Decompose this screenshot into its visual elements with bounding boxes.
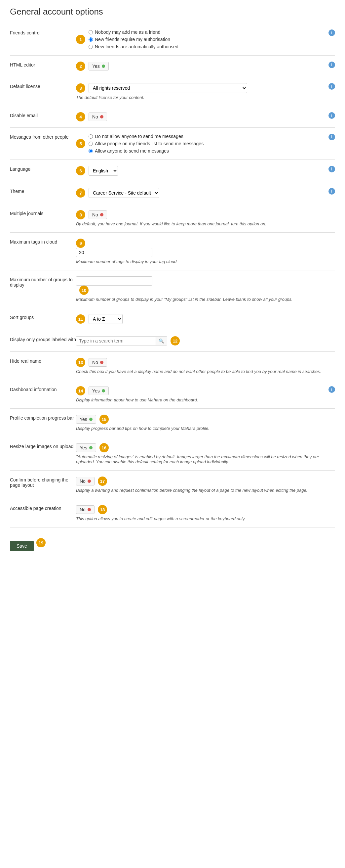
info-icon-html-editor[interactable]: i (329, 62, 335, 68)
toggle-dot-multiple-journals (100, 213, 103, 216)
radio-input-friends-control-1[interactable] (89, 37, 93, 42)
toggle-hide-real-name[interactable]: No (89, 358, 107, 367)
content-row-accessible-page: No18 (76, 505, 107, 514)
radio-input-friends-control-2[interactable] (89, 45, 93, 49)
content-row-profile-completion: Yes15 (76, 415, 109, 424)
label-language: Language (10, 166, 76, 172)
toggle-value-hide-real-name: No (92, 360, 98, 365)
content-friends-control: 1Nobody may add me as a friendNew friend… (76, 29, 335, 49)
info-icon-messages-other-people[interactable]: i (329, 134, 335, 140)
content-profile-completion: Yes15Display progress bar and tips on ho… (76, 415, 335, 431)
content-row-friends-control: 1Nobody may add me as a friendNew friend… (76, 29, 178, 49)
radio-option-friends-control-2[interactable]: New friends are automatically authorised (89, 44, 178, 49)
content-row-default-license: 3All rights reservedCreative CommonsPubl… (76, 83, 247, 93)
toggle-html-editor[interactable]: Yes (89, 62, 109, 70)
toggle-dot-html-editor (102, 65, 105, 68)
select-default-license[interactable]: All rights reservedCreative CommonsPubli… (89, 83, 247, 93)
radio-option-friends-control-1[interactable]: New friends require my authorisation (89, 37, 178, 42)
label-display-groups-labeled: Display only groups labeled with (10, 336, 76, 342)
badge-hide-real-name: 13 (76, 358, 85, 367)
toggle-accessible-page[interactable]: No (76, 505, 95, 514)
label-resize-images: Resize large images on upload (10, 443, 76, 449)
toggle-value-html-editor: Yes (92, 64, 100, 69)
subtext-dashboard-info: Display information about how to use Mah… (76, 397, 198, 402)
content-row-language: 6EnglishFrenchSpanishGerman (76, 166, 118, 176)
content-display-groups-labeled: 🔍12 (76, 336, 335, 345)
badge-accessible-page: 18 (98, 505, 107, 514)
search-button-display-groups-labeled[interactable]: 🔍 (156, 337, 167, 345)
info-icon-language[interactable]: i (329, 166, 335, 173)
toggle-value-dashboard-info: Yes (92, 388, 100, 394)
subtext-max-groups: Maximum number of groups to display in y… (76, 297, 292, 302)
content-row-max-groups: 10 (76, 276, 152, 295)
content-row-display-groups-labeled: 🔍12 (76, 336, 180, 345)
select-theme[interactable]: Career Service - Site defaultDefaultCust… (89, 188, 159, 198)
save-row: Save 19 (10, 534, 335, 551)
badge-max-groups: 10 (79, 286, 89, 295)
setting-row-language: Language6EnglishFrenchSpanishGermani (10, 160, 335, 182)
content-messages-other-people: 5Do not allow anyone to send me messages… (76, 134, 335, 154)
setting-row-default-license: Default license3All rights reservedCreat… (10, 77, 335, 106)
label-sort-groups: Sort groups (10, 314, 76, 320)
radio-option-messages-other-people-0[interactable]: Do not allow anyone to send me messages (89, 134, 204, 139)
toggle-confirm-layout[interactable]: No (76, 477, 95, 486)
content-hide-real-name: 13NoCheck this box if you have set a dis… (76, 358, 335, 374)
setting-row-dashboard-info: Dashboard information14YesDisplay inform… (10, 380, 335, 409)
input-max-groups[interactable] (76, 276, 152, 286)
subtext-resize-images: "Automatic resizing of images" is enable… (76, 454, 335, 464)
toggle-dot-hide-real-name (100, 361, 103, 364)
search-wrapper-display-groups-labeled: 🔍 (76, 336, 167, 345)
label-multiple-journals: Multiple journals (10, 210, 76, 216)
save-button[interactable]: Save (10, 541, 34, 551)
content-row-disable-email: 4No (76, 112, 107, 121)
badge-resize-images: 16 (100, 443, 109, 453)
badge-profile-completion: 15 (100, 415, 109, 424)
info-icon-disable-email[interactable]: i (329, 112, 335, 119)
radio-option-messages-other-people-2[interactable]: Allow anyone to send me messages (89, 148, 204, 154)
radio-input-messages-other-people-0[interactable] (89, 134, 93, 138)
toggle-value-profile-completion: Yes (80, 416, 87, 422)
page-title: General account options (10, 7, 335, 17)
setting-row-accessible-page: Accessible page creationNo18This option … (10, 499, 335, 527)
radio-option-friends-control-0[interactable]: Nobody may add me as a friend (89, 29, 178, 35)
toggle-multiple-journals[interactable]: No (89, 211, 107, 219)
input-max-tags[interactable] (76, 248, 152, 257)
badge-language: 6 (76, 166, 85, 176)
info-icon-dashboard-info[interactable]: i (329, 386, 335, 393)
content-resize-images: Yes16"Automatic resizing of images" is e… (76, 443, 335, 464)
content-row-confirm-layout: No17 (76, 476, 107, 486)
subtext-max-tags: Maximum number of tags to display in you… (76, 259, 176, 264)
subtext-confirm-layout: Display a warning and request confirmati… (76, 488, 307, 493)
radio-input-friends-control-0[interactable] (89, 30, 93, 34)
radio-input-messages-other-people-2[interactable] (89, 149, 93, 153)
radio-label-messages-other-people-1: Allow people on my friends list to send … (95, 141, 204, 146)
search-input-display-groups-labeled[interactable] (76, 337, 156, 345)
label-max-groups: Maximum number of groups to display (10, 276, 76, 287)
label-theme: Theme (10, 188, 76, 194)
toggle-value-resize-images: Yes (80, 445, 87, 451)
toggle-dashboard-info[interactable]: Yes (89, 386, 109, 395)
setting-row-html-editor: HTML editor2Yesi (10, 56, 335, 77)
select-sort-groups[interactable]: A to ZZ to ALatest first (89, 314, 123, 324)
content-max-tags: 9Maximum number of tags to display in yo… (76, 239, 335, 264)
radio-option-messages-other-people-1[interactable]: Allow people on my friends list to send … (89, 141, 204, 146)
setting-row-theme: Theme7Career Service - Site defaultDefau… (10, 182, 335, 204)
info-icon-friends-control[interactable]: i (329, 29, 335, 36)
toggle-disable-email[interactable]: No (89, 113, 107, 121)
badge-confirm-layout: 17 (98, 476, 107, 486)
toggle-resize-images[interactable]: Yes (76, 443, 96, 452)
badge-max-tags: 9 (76, 239, 85, 248)
content-default-license: 3All rights reservedCreative CommonsPubl… (76, 83, 335, 100)
toggle-value-confirm-layout: No (80, 478, 85, 484)
toggle-profile-completion[interactable]: Yes (76, 415, 96, 424)
setting-row-profile-completion: Profile completion progress barYes15Disp… (10, 409, 335, 437)
info-icon-theme[interactable]: i (329, 188, 335, 194)
badge-disable-email: 4 (76, 112, 85, 121)
content-row-html-editor: 2Yes (76, 62, 109, 71)
badge-dashboard-info: 14 (76, 386, 85, 396)
content-confirm-layout: No17Display a warning and request confir… (76, 476, 335, 493)
content-row-multiple-journals: 8No (76, 210, 107, 219)
info-icon-default-license[interactable]: i (329, 83, 335, 90)
select-language[interactable]: EnglishFrenchSpanishGerman (89, 166, 118, 176)
radio-input-messages-other-people-1[interactable] (89, 142, 93, 146)
